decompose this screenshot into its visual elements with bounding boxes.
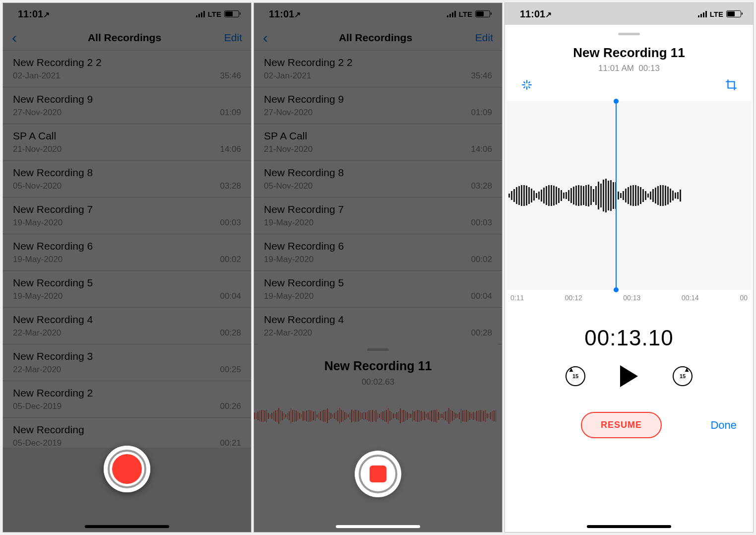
- recording-name: SP A Call: [13, 130, 62, 142]
- recording-duration: 03:28: [220, 181, 241, 191]
- recording-name: New Recording 4: [13, 314, 93, 326]
- elapsed-time: 00:13.10: [506, 326, 752, 350]
- recording-name: New Recording 6: [13, 240, 93, 252]
- recording-name: New Recording 2: [13, 387, 93, 399]
- resume-button[interactable]: RESUME: [581, 412, 662, 438]
- recording-name: New Recording 7: [264, 203, 344, 215]
- waveform-editor[interactable]: [506, 101, 752, 290]
- recording-duration: 00:25: [220, 365, 241, 375]
- status-time: 11:01↗: [269, 8, 301, 20]
- recording-row[interactable]: New Recording 719-May-202000:03: [254, 198, 502, 234]
- done-button[interactable]: Done: [710, 419, 737, 432]
- recording-title[interactable]: New Recording 11: [506, 45, 752, 61]
- recording-duration: 00:03: [471, 218, 492, 228]
- enhance-icon[interactable]: [520, 78, 533, 93]
- recording-duration: 00:26: [220, 401, 241, 411]
- recording-date: 19-May-2020: [13, 291, 93, 301]
- recording-title: New Recording 11: [254, 359, 502, 373]
- home-indicator[interactable]: [587, 525, 671, 528]
- recordings-list[interactable]: New Recording 2 202-Jan-202135:46New Rec…: [254, 51, 502, 344]
- edit-button[interactable]: Edit: [468, 32, 493, 44]
- recording-row[interactable]: SP A Call21-Nov-202014:06: [254, 124, 502, 161]
- back-button[interactable]: ‹: [12, 29, 32, 46]
- edit-button[interactable]: Edit: [217, 32, 242, 44]
- recording-name: New Recording 5: [264, 277, 344, 289]
- recording-duration: 01:09: [471, 108, 492, 118]
- recording-date: 02-Jan-2021: [264, 71, 353, 81]
- page-title: All Recordings: [32, 32, 217, 44]
- recording-sheet[interactable]: New Recording 11 00:02.63: [254, 343, 502, 532]
- recording-row[interactable]: New Recording 619-May-202000:02: [3, 234, 251, 271]
- recording-row[interactable]: New Recording 2 202-Jan-202135:46: [254, 51, 502, 87]
- recording-date: 02-Jan-2021: [13, 71, 102, 81]
- screen-recordings-list: 11:01↗ LTE ‹ All Recordings Edit New Rec…: [2, 2, 252, 533]
- battery-icon: [475, 10, 490, 17]
- time-ruler: 0:1100:1200:1300:1400: [506, 290, 752, 306]
- recording-elapsed: 00:02.63: [254, 377, 502, 387]
- signal-icon: [196, 10, 205, 17]
- recording-date: 22-Mar-2020: [13, 328, 93, 338]
- recording-row[interactable]: New Recording 519-May-202000:04: [3, 271, 251, 308]
- signal-icon: [698, 10, 707, 17]
- recording-row[interactable]: New Recording 619-May-202000:02: [254, 234, 502, 271]
- recording-row[interactable]: New Recording 322-Mar-202000:25: [3, 344, 251, 381]
- stop-icon: [370, 466, 386, 482]
- status-right: LTE: [196, 10, 239, 18]
- record-button-highlight[interactable]: [104, 446, 150, 492]
- recording-row[interactable]: New Recording 719-May-202000:03: [3, 198, 251, 234]
- nav-bar: ‹ All Recordings Edit: [254, 25, 502, 51]
- recording-row[interactable]: New Recording 805-Nov-202003:28: [254, 161, 502, 198]
- recording-duration: 14:06: [220, 144, 241, 154]
- recording-row[interactable]: New Recording 805-Nov-202003:28: [3, 161, 251, 198]
- ruler-tick: 00:12: [565, 294, 582, 302]
- recording-name: New Recording 6: [264, 240, 344, 252]
- home-indicator[interactable]: [85, 525, 169, 528]
- status-bar: 11:01↗ LTE: [254, 3, 502, 25]
- playhead[interactable]: [616, 101, 617, 290]
- signal-icon: [447, 10, 456, 17]
- sheet-grabber[interactable]: [367, 348, 389, 351]
- recording-duration: 00:04: [471, 291, 492, 301]
- ruler-tick: 00:14: [682, 294, 699, 302]
- recording-date: 19-May-2020: [264, 255, 344, 265]
- recording-duration: 00:28: [471, 328, 492, 338]
- play-button[interactable]: [620, 365, 638, 387]
- editor-sheet: New Recording 11 11:01 AM 00:13 0:1100:1…: [506, 28, 752, 532]
- recording-date: 05-Dec-2019: [13, 401, 93, 411]
- recording-name: New Recording 7: [13, 203, 93, 215]
- recording-row[interactable]: New Recording 422-Mar-202000:28: [254, 308, 502, 344]
- recording-date: 21-Nov-2020: [264, 144, 313, 154]
- home-indicator[interactable]: [336, 525, 420, 528]
- recording-name: New Recording 8: [13, 167, 93, 179]
- recording-date: 21-Nov-2020: [13, 144, 62, 154]
- recording-row[interactable]: New Recording 519-May-202000:04: [254, 271, 502, 308]
- waveform-live: [254, 401, 502, 431]
- sheet-grabber[interactable]: [618, 33, 640, 35]
- recording-date: 22-Mar-2020: [13, 365, 93, 375]
- back-button[interactable]: ‹: [263, 29, 283, 46]
- recording-duration: 01:09: [220, 108, 241, 118]
- ruler-tick: 00:13: [623, 294, 640, 302]
- recording-name: New Recording 9: [13, 93, 93, 105]
- page-title: All Recordings: [283, 32, 468, 44]
- stop-button[interactable]: [355, 451, 401, 497]
- screen-recording-in-progress: 11:01↗ LTE ‹ All Recordings Edit New Rec…: [253, 2, 503, 533]
- skip-forward-15-button[interactable]: ▴ 15: [673, 366, 693, 386]
- ruler-tick: 00: [740, 294, 748, 302]
- trim-icon[interactable]: [725, 78, 738, 93]
- recording-row[interactable]: New Recording 205-Dec-201900:26: [3, 381, 251, 418]
- recording-row[interactable]: New Recording 422-Mar-202000:28: [3, 308, 251, 344]
- carrier-label: LTE: [710, 10, 723, 18]
- recording-duration: 00:21: [220, 438, 241, 448]
- recording-row[interactable]: New Recording 2 202-Jan-202135:46: [3, 51, 251, 87]
- battery-icon: [726, 10, 741, 17]
- recording-row[interactable]: New Recording 927-Nov-202001:09: [3, 87, 251, 124]
- recording-date: 19-May-2020: [13, 218, 93, 228]
- recording-name: New Recording 4: [264, 314, 344, 326]
- recordings-list[interactable]: New Recording 2 202-Jan-202135:46New Rec…: [3, 51, 251, 455]
- screen-recording-editor: 11:01↗ LTE New Recording 11 11:01 AM 00:…: [504, 2, 754, 533]
- recording-row[interactable]: SP A Call21-Nov-202014:06: [3, 124, 251, 161]
- recording-row[interactable]: New Recording 927-Nov-202001:09: [254, 87, 502, 124]
- skip-back-15-button[interactable]: ▴ 15: [566, 366, 585, 386]
- recording-duration: 14:06: [471, 144, 492, 154]
